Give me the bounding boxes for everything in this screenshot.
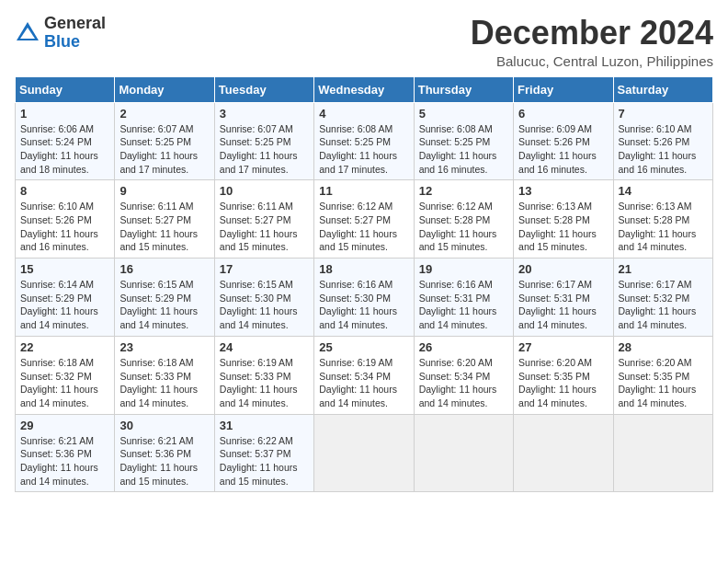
cell-content: Sunrise: 6:08 AMSunset: 5:25 PMDaylight:… — [419, 123, 497, 175]
cell-content: Sunrise: 6:17 AMSunset: 5:31 PMDaylight:… — [518, 279, 597, 330]
day-number: 5 — [419, 107, 508, 121]
day-number: 7 — [619, 107, 708, 121]
day-number: 24 — [220, 340, 309, 354]
day-number: 29 — [20, 419, 109, 432]
location-subtitle: Balucuc, Central Luzon, Philippines — [471, 53, 713, 69]
cell-content: Sunrise: 6:19 AMSunset: 5:33 PMDaylight:… — [220, 357, 298, 408]
calendar-cell: 26 Sunrise: 6:20 AMSunset: 5:34 PMDaylig… — [414, 336, 513, 414]
calendar-cell: 7 Sunrise: 6:10 AMSunset: 5:26 PMDayligh… — [613, 102, 712, 180]
calendar-cell: 3 Sunrise: 6:07 AMSunset: 5:25 PMDayligh… — [214, 102, 313, 180]
calendar-cell: 5 Sunrise: 6:08 AMSunset: 5:25 PMDayligh… — [414, 102, 513, 180]
logo: General Blue — [15, 15, 106, 52]
cell-content: Sunrise: 6:15 AMSunset: 5:30 PMDaylight:… — [220, 279, 298, 330]
day-number: 21 — [619, 262, 708, 276]
cell-content: Sunrise: 6:16 AMSunset: 5:31 PMDaylight:… — [419, 279, 497, 330]
cell-content: Sunrise: 6:11 AMSunset: 5:27 PMDaylight:… — [119, 201, 198, 252]
calendar-header-row: SundayMondayTuesdayWednesdayThursdayFrid… — [16, 76, 713, 102]
cell-content: Sunrise: 6:10 AMSunset: 5:26 PMDaylight:… — [619, 123, 697, 175]
calendar-cell: 15 Sunrise: 6:14 AMSunset: 5:29 PMDaylig… — [16, 259, 115, 337]
day-number: 17 — [220, 262, 309, 276]
column-header-saturday: Saturday — [613, 76, 712, 102]
day-number: 9 — [119, 184, 209, 198]
cell-content: Sunrise: 6:21 AMSunset: 5:36 PMDaylight:… — [119, 435, 198, 487]
calendar-cell: 23 Sunrise: 6:18 AMSunset: 5:33 PMDaylig… — [115, 336, 214, 414]
column-header-friday: Friday — [514, 76, 613, 102]
day-number: 11 — [319, 184, 408, 198]
day-number: 12 — [419, 184, 508, 198]
cell-content: Sunrise: 6:15 AMSunset: 5:29 PMDaylight:… — [119, 279, 198, 330]
column-header-sunday: Sunday — [16, 76, 115, 102]
calendar-cell: 19 Sunrise: 6:16 AMSunset: 5:31 PMDaylig… — [414, 259, 513, 337]
day-number: 1 — [20, 107, 109, 121]
column-header-tuesday: Tuesday — [214, 76, 313, 102]
cell-content: Sunrise: 6:08 AMSunset: 5:25 PMDaylight:… — [319, 123, 397, 175]
calendar-cell — [613, 414, 712, 492]
cell-content: Sunrise: 6:20 AMSunset: 5:34 PMDaylight:… — [419, 357, 497, 408]
day-number: 25 — [319, 340, 408, 354]
cell-content: Sunrise: 6:13 AMSunset: 5:28 PMDaylight:… — [619, 201, 697, 252]
calendar-cell: 4 Sunrise: 6:08 AMSunset: 5:25 PMDayligh… — [314, 102, 414, 180]
calendar-cell: 16 Sunrise: 6:15 AMSunset: 5:29 PMDaylig… — [115, 259, 214, 337]
calendar-cell: 24 Sunrise: 6:19 AMSunset: 5:33 PMDaylig… — [214, 336, 313, 414]
column-header-thursday: Thursday — [414, 76, 513, 102]
calendar-week-row: 22 Sunrise: 6:18 AMSunset: 5:32 PMDaylig… — [16, 336, 713, 414]
calendar-cell: 18 Sunrise: 6:16 AMSunset: 5:30 PMDaylig… — [314, 259, 414, 337]
calendar-cell: 1 Sunrise: 6:06 AMSunset: 5:24 PMDayligh… — [16, 102, 115, 180]
day-number: 30 — [119, 419, 209, 432]
calendar-cell: 12 Sunrise: 6:12 AMSunset: 5:28 PMDaylig… — [414, 180, 513, 259]
calendar-cell: 13 Sunrise: 6:13 AMSunset: 5:28 PMDaylig… — [514, 180, 613, 259]
calendar-cell: 10 Sunrise: 6:11 AMSunset: 5:27 PMDaylig… — [214, 180, 313, 259]
cell-content: Sunrise: 6:19 AMSunset: 5:34 PMDaylight:… — [319, 357, 397, 408]
cell-content: Sunrise: 6:14 AMSunset: 5:29 PMDaylight:… — [20, 279, 98, 330]
day-number: 31 — [220, 419, 309, 432]
cell-content: Sunrise: 6:20 AMSunset: 5:35 PMDaylight:… — [518, 357, 597, 408]
cell-content: Sunrise: 6:17 AMSunset: 5:32 PMDaylight:… — [619, 279, 697, 330]
day-number: 23 — [119, 340, 209, 354]
cell-content: Sunrise: 6:18 AMSunset: 5:33 PMDaylight:… — [119, 357, 198, 408]
cell-content: Sunrise: 6:20 AMSunset: 5:35 PMDaylight:… — [619, 357, 697, 408]
logo-general: General Blue — [44, 15, 106, 52]
day-number: 28 — [619, 340, 708, 354]
cell-content: Sunrise: 6:18 AMSunset: 5:32 PMDaylight:… — [20, 357, 98, 408]
calendar-cell: 11 Sunrise: 6:12 AMSunset: 5:27 PMDaylig… — [314, 180, 414, 259]
day-number: 18 — [319, 262, 408, 276]
cell-content: Sunrise: 6:11 AMSunset: 5:27 PMDaylight:… — [220, 201, 298, 252]
calendar-cell: 25 Sunrise: 6:19 AMSunset: 5:34 PMDaylig… — [314, 336, 414, 414]
cell-content: Sunrise: 6:12 AMSunset: 5:28 PMDaylight:… — [419, 201, 497, 252]
calendar-cell — [414, 414, 513, 492]
cell-content: Sunrise: 6:16 AMSunset: 5:30 PMDaylight:… — [319, 279, 397, 330]
calendar-cell: 28 Sunrise: 6:20 AMSunset: 5:35 PMDaylig… — [613, 336, 712, 414]
calendar-week-row: 1 Sunrise: 6:06 AMSunset: 5:24 PMDayligh… — [16, 102, 713, 180]
calendar-cell: 27 Sunrise: 6:20 AMSunset: 5:35 PMDaylig… — [514, 336, 613, 414]
calendar-cell: 30 Sunrise: 6:21 AMSunset: 5:36 PMDaylig… — [115, 414, 214, 492]
calendar-cell: 6 Sunrise: 6:09 AMSunset: 5:26 PMDayligh… — [514, 102, 613, 180]
logo-icon — [15, 20, 40, 46]
calendar-cell: 14 Sunrise: 6:13 AMSunset: 5:28 PMDaylig… — [613, 180, 712, 259]
cell-content: Sunrise: 6:12 AMSunset: 5:27 PMDaylight:… — [319, 201, 397, 252]
title-block: December 2024 Balucuc, Central Luzon, Ph… — [471, 15, 713, 69]
cell-content: Sunrise: 6:10 AMSunset: 5:26 PMDaylight:… — [20, 201, 98, 252]
calendar-cell: 22 Sunrise: 6:18 AMSunset: 5:32 PMDaylig… — [16, 336, 115, 414]
day-number: 6 — [518, 107, 608, 121]
calendar-cell: 17 Sunrise: 6:15 AMSunset: 5:30 PMDaylig… — [214, 259, 313, 337]
cell-content: Sunrise: 6:09 AMSunset: 5:26 PMDaylight:… — [518, 123, 597, 175]
calendar-cell — [314, 414, 414, 492]
cell-content: Sunrise: 6:21 AMSunset: 5:36 PMDaylight:… — [20, 435, 98, 487]
day-number: 14 — [619, 184, 708, 198]
day-number: 8 — [20, 184, 109, 198]
calendar-cell: 8 Sunrise: 6:10 AMSunset: 5:26 PMDayligh… — [16, 180, 115, 259]
cell-content: Sunrise: 6:13 AMSunset: 5:28 PMDaylight:… — [518, 201, 597, 252]
calendar-table: SundayMondayTuesdayWednesdayThursdayFrid… — [15, 76, 713, 493]
day-number: 16 — [119, 262, 209, 276]
month-title: December 2024 — [471, 15, 713, 52]
calendar-week-row: 29 Sunrise: 6:21 AMSunset: 5:36 PMDaylig… — [16, 414, 713, 492]
calendar-cell: 20 Sunrise: 6:17 AMSunset: 5:31 PMDaylig… — [514, 259, 613, 337]
calendar-cell: 2 Sunrise: 6:07 AMSunset: 5:25 PMDayligh… — [115, 102, 214, 180]
cell-content: Sunrise: 6:07 AMSunset: 5:25 PMDaylight:… — [119, 123, 198, 175]
day-number: 19 — [419, 262, 508, 276]
day-number: 15 — [20, 262, 109, 276]
cell-content: Sunrise: 6:06 AMSunset: 5:24 PMDaylight:… — [20, 123, 98, 175]
calendar-week-row: 8 Sunrise: 6:10 AMSunset: 5:26 PMDayligh… — [16, 180, 713, 259]
column-header-monday: Monday — [115, 76, 214, 102]
calendar-cell: 21 Sunrise: 6:17 AMSunset: 5:32 PMDaylig… — [613, 259, 712, 337]
